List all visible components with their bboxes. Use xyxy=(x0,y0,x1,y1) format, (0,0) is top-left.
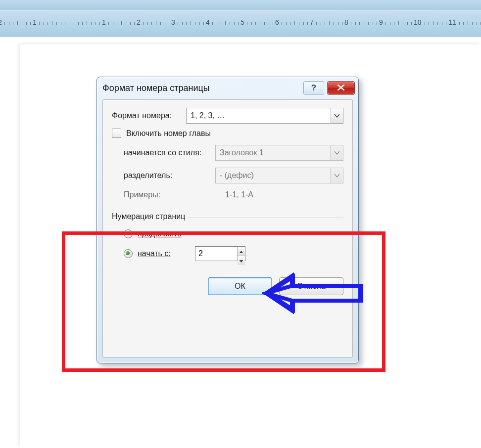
ruler-unit: 8 xyxy=(346,15,381,30)
dialog-title: Формат номера страницы xyxy=(101,83,303,93)
examples-value: 1-1, 1-A xyxy=(225,190,253,199)
include-chapter-checkbox[interactable] xyxy=(112,129,121,138)
ruler-unit: 9 xyxy=(381,15,416,30)
chevron-up-icon xyxy=(239,247,243,256)
ruler-unit: 10 xyxy=(416,15,450,30)
help-button[interactable]: ? xyxy=(303,81,324,95)
ribbon-band xyxy=(0,0,481,10)
continue-radio-label: продолжить xyxy=(138,229,182,238)
ruler-unit: 3 xyxy=(173,15,208,30)
ruler-unit: 7 xyxy=(312,15,346,30)
separator-select: - (дефис) xyxy=(215,168,343,183)
ruler: 2112345678910111213 xyxy=(0,10,481,37)
cancel-button[interactable]: Отмена xyxy=(279,277,343,295)
spinner-down-button[interactable] xyxy=(238,256,245,265)
include-chapter-label: Включить номер главы xyxy=(126,129,211,138)
format-select[interactable]: 1, 2, 3, … xyxy=(186,108,343,124)
startat-radio[interactable] xyxy=(124,249,133,258)
ruler-unit: 5 xyxy=(242,15,277,30)
chevron-down-icon xyxy=(331,108,343,123)
ruler-unit: 2 xyxy=(0,15,35,30)
format-select-value: 1, 2, 3, … xyxy=(191,111,225,120)
ruler-unit: 11 xyxy=(450,15,481,30)
examples-label: Примеры: xyxy=(124,190,225,199)
pagination-group: Нумерация страниц xyxy=(112,212,343,221)
chevron-down-icon xyxy=(331,145,343,160)
ok-button[interactable]: ОК xyxy=(208,277,272,295)
chevron-down-icon xyxy=(239,256,243,265)
ruler-unit: 1 xyxy=(104,15,139,30)
startat-radio-label: начать с: xyxy=(138,249,195,258)
continue-radio[interactable] xyxy=(124,229,133,238)
ruler-unit: 6 xyxy=(277,15,312,30)
close-button[interactable] xyxy=(327,81,355,95)
startat-input[interactable] xyxy=(195,247,237,261)
close-icon xyxy=(337,84,345,92)
starts-style-value: Заголовок 1 xyxy=(220,148,264,157)
starts-style-label: начинается со стиля: xyxy=(124,148,215,157)
startat-spinner[interactable] xyxy=(195,246,245,261)
separator-label: разделитель: xyxy=(124,171,215,180)
chevron-down-icon xyxy=(331,168,343,183)
spinner-up-button[interactable] xyxy=(238,247,245,256)
help-icon: ? xyxy=(311,83,316,93)
pagination-group-title: Нумерация страниц xyxy=(112,212,185,221)
page-number-format-dialog: Формат номера страницы ? Формат номера: … xyxy=(96,77,359,363)
separator-value: - (дефис) xyxy=(220,171,254,180)
starts-style-select: Заголовок 1 xyxy=(215,145,343,161)
ruler-unit xyxy=(69,15,104,30)
format-label: Формат номера: xyxy=(112,111,186,120)
ruler-unit: 4 xyxy=(208,15,242,30)
ruler-unit: 2 xyxy=(139,15,173,30)
ruler-unit: 1 xyxy=(35,15,69,30)
